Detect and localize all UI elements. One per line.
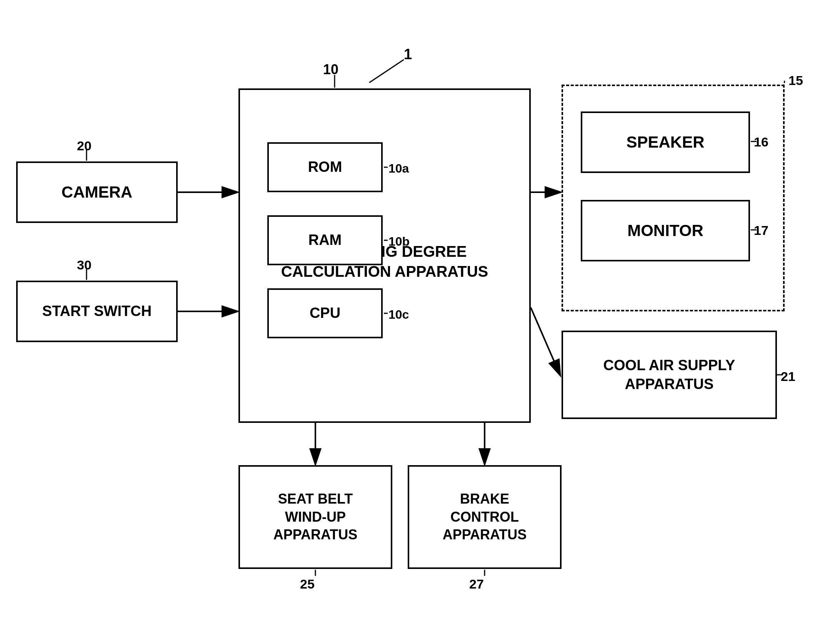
ref-10b: 10b [388,234,410,249]
monitor-label: MONITOR [627,221,703,241]
ref-25: 25 [300,577,315,592]
ref-21: 21 [781,369,795,384]
rom-label: ROM [308,158,342,176]
ref-27: 27 [469,577,484,592]
ram-label: RAM [308,231,342,249]
brake-box: BRAKECONTROLAPPARATUS [408,465,562,569]
diagram: AWAKENING DEGREECALCULATION APPARATUS RO… [0,0,840,617]
ref-10c: 10c [388,308,409,322]
ref-20: 20 [77,138,92,153]
monitor-box: MONITOR [581,200,750,261]
cpu-label: CPU [310,304,340,323]
camera-label: CAMERA [62,182,132,203]
ref-30: 30 [77,258,92,273]
seat-belt-label: SEAT BELTWIND-UPAPPARATUS [273,490,358,544]
start-switch-box: START SWITCH [16,281,178,342]
seat-belt-box: SEAT BELTWIND-UPAPPARATUS [238,465,392,569]
cpu-box: CPU [267,288,383,338]
rom-box: ROM [267,142,383,192]
start-switch-label: START SWITCH [42,302,152,321]
ref-1: 1 [404,46,412,63]
brake-label: BRAKECONTROLAPPARATUS [443,490,527,544]
ref-10: 10 [323,62,338,78]
camera-box: CAMERA [16,161,178,223]
ram-box: RAM [267,215,383,265]
cool-air-label: COOL AIR SUPPLYAPPARATUS [603,356,735,394]
ref-15: 15 [788,73,803,88]
svg-line-8 [369,60,404,83]
ref-16: 16 [754,135,768,150]
speaker-box: SPEAKER [581,111,750,173]
ref-10a: 10a [388,161,409,176]
svg-line-5 [531,308,560,375]
cool-air-box: COOL AIR SUPPLYAPPARATUS [562,331,777,419]
speaker-label: SPEAKER [626,132,704,153]
ref-17: 17 [754,223,768,238]
